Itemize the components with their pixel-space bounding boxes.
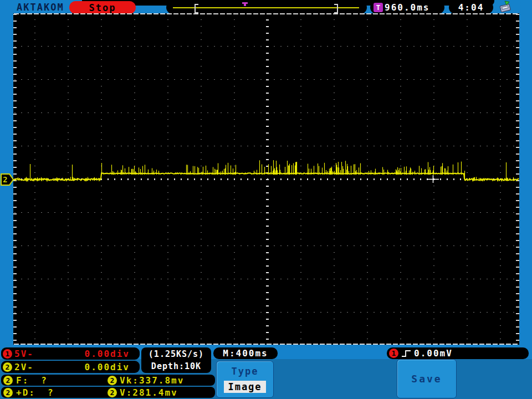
trigger-time-readout: T 960.0ms bbox=[370, 1, 444, 14]
trigger-level-value: 0.00mV bbox=[414, 348, 453, 359]
meas-d-value: ? bbox=[48, 387, 54, 398]
ch2-offset: 0.00div bbox=[85, 362, 130, 372]
channel2-position-marker[interactable]: 2 bbox=[1, 173, 14, 186]
clock-readout: 4:04 bbox=[449, 1, 493, 14]
menu-type-button[interactable]: Type Image bbox=[216, 361, 274, 398]
oscilloscope-screen: AKTAKOM Stop T 960.0ms 4:04 2 1 5V- 0 bbox=[0, 0, 532, 399]
sample-rate: (1.25KS/s) bbox=[149, 348, 204, 360]
rising-edge-icon bbox=[401, 349, 412, 358]
meas-vk-value: Vk:337.8mv bbox=[120, 375, 184, 386]
brand-logo: AKTAKOM bbox=[17, 2, 64, 13]
channel2-marker-label: 2 bbox=[3, 175, 7, 184]
run-state-indicator: Stop bbox=[69, 1, 136, 14]
ch1-offset: 0.00div bbox=[85, 349, 130, 359]
meas-ch-badge: 2 bbox=[3, 376, 13, 385]
ch2-scale: 2V- bbox=[14, 362, 34, 372]
trigger-time-value: 960.0ms bbox=[385, 2, 429, 13]
meas-ch-badge: 2 bbox=[3, 388, 13, 397]
measurement-row-frequency: 2 F: ? 2 Vk:337.8mv bbox=[1, 375, 215, 386]
waveform-display bbox=[13, 13, 519, 345]
ch1-scale: 5V- bbox=[14, 349, 34, 359]
timebase-readout: M:400ms bbox=[213, 347, 278, 359]
trigger-source-badge: 1 bbox=[389, 349, 398, 358]
meas-f-label: F: bbox=[16, 375, 29, 386]
window-left-bracket-icon bbox=[195, 4, 198, 13]
ch2-status-row: 2 2V- 0.00div bbox=[1, 361, 140, 373]
ch1-status-row: 1 5V- 0.00div bbox=[1, 347, 140, 360]
meas-v-value: V:281.4mv bbox=[120, 387, 178, 398]
acquisition-info-box: (1.25KS/s) Depth:10K bbox=[141, 347, 211, 373]
meas-ch-badge: 2 bbox=[108, 388, 117, 397]
menu-type-label: Type bbox=[232, 366, 259, 377]
trigger-position-bar bbox=[166, 1, 367, 14]
trigger-level-readout: 1 0.00mV bbox=[387, 347, 529, 359]
ch2-badge: 2 bbox=[3, 362, 12, 372]
meas-f-value: ? bbox=[41, 375, 48, 386]
ch1-badge: 1 bbox=[3, 349, 12, 359]
menu-type-value[interactable]: Image bbox=[224, 381, 265, 393]
storage-disk-icon bbox=[498, 1, 513, 13]
record-depth: Depth:10K bbox=[151, 360, 201, 372]
save-button[interactable]: Save bbox=[397, 359, 457, 398]
window-right-bracket-icon bbox=[334, 4, 338, 13]
record-span-line bbox=[173, 7, 359, 8]
trigger-t-icon: T bbox=[374, 3, 383, 12]
meas-ch-badge: 2 bbox=[108, 376, 117, 385]
measurement-row-duty: 2 +D: ? 2 V:281.4mv bbox=[1, 387, 215, 398]
trigger-position-marker-icon[interactable] bbox=[242, 2, 248, 7]
waveform-canvas bbox=[13, 13, 519, 345]
meas-d-label: +D: bbox=[16, 387, 35, 398]
